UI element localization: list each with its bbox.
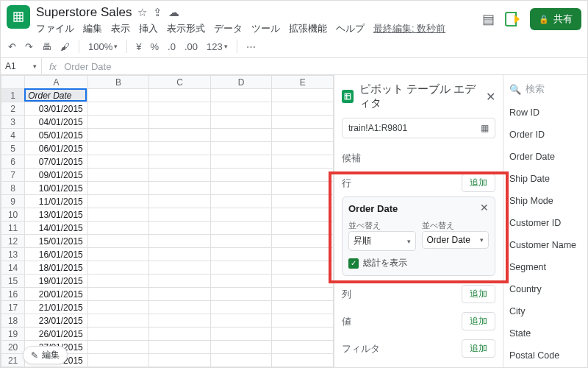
cell[interactable]: 16/01/2015 bbox=[25, 248, 88, 261]
field-item[interactable]: Customer Name bbox=[509, 234, 581, 256]
menu-view[interactable]: 表示 bbox=[111, 22, 130, 35]
format-percent-button[interactable]: % bbox=[150, 41, 159, 52]
menu-insert[interactable]: 挿入 bbox=[139, 22, 158, 35]
row-header[interactable]: 7 bbox=[1, 169, 25, 182]
field-item[interactable]: City bbox=[509, 300, 581, 322]
cell[interactable]: 20/01/2015 bbox=[25, 288, 88, 301]
cell[interactable]: 30/01/2015 bbox=[25, 367, 88, 368]
cloud-status-icon[interactable]: ☁ bbox=[168, 6, 179, 19]
row-header[interactable]: 1 bbox=[1, 89, 25, 102]
more-formats-select[interactable]: 123▾ bbox=[207, 41, 228, 52]
star-icon[interactable]: ☆ bbox=[137, 6, 147, 19]
field-item[interactable]: State bbox=[509, 322, 581, 344]
cell[interactable]: 23/01/2015 bbox=[25, 314, 88, 328]
sort-by-select[interactable]: Order Date▾ bbox=[422, 231, 490, 249]
field-item[interactable]: Country bbox=[509, 278, 581, 300]
field-item[interactable]: Customer ID bbox=[509, 212, 581, 234]
toolbar-more-button[interactable]: ⋯ bbox=[246, 41, 256, 52]
cell[interactable]: 14/01/2015 bbox=[25, 222, 88, 235]
row-header[interactable]: 21 bbox=[1, 354, 25, 367]
cell[interactable]: 11/01/2015 bbox=[25, 195, 88, 208]
menu-extensions[interactable]: 拡張機能 bbox=[289, 22, 327, 35]
field-search-input[interactable]: 検索 bbox=[526, 82, 545, 96]
cell[interactable]: 21/01/2015 bbox=[25, 301, 88, 314]
cell[interactable]: 18/01/2015 bbox=[25, 261, 88, 275]
row-header[interactable]: 6 bbox=[1, 155, 25, 169]
menu-help[interactable]: ヘルプ bbox=[336, 22, 365, 35]
undo-button[interactable]: ↶ bbox=[8, 41, 16, 52]
field-item[interactable]: Order ID bbox=[509, 124, 581, 146]
print-button[interactable]: 🖶 bbox=[42, 41, 51, 52]
cell[interactable]: 07/01/2015 bbox=[25, 155, 88, 169]
field-item[interactable]: Row ID bbox=[509, 102, 581, 124]
doc-title[interactable]: Superstore Sales bbox=[36, 5, 132, 20]
decrease-decimal-button[interactable]: .0 bbox=[168, 41, 176, 52]
redo-button[interactable]: ↷ bbox=[25, 41, 33, 52]
edit-mode-chip[interactable]: ✎ 編集 bbox=[23, 346, 68, 364]
cell[interactable]: Order Date bbox=[25, 89, 88, 102]
cell[interactable]: 15/01/2015 bbox=[25, 235, 88, 248]
row-header[interactable]: 3 bbox=[1, 116, 25, 129]
col-header[interactable]: B bbox=[87, 76, 149, 89]
menu-data[interactable]: データ bbox=[214, 22, 243, 35]
move-icon[interactable]: ⇪ bbox=[153, 6, 162, 19]
row-header[interactable]: 20 bbox=[1, 341, 25, 354]
row-header[interactable]: 18 bbox=[1, 314, 25, 328]
meet-icon[interactable] bbox=[502, 9, 523, 29]
row-header[interactable]: 2 bbox=[1, 102, 25, 116]
field-item[interactable]: Region bbox=[509, 367, 581, 367]
field-item[interactable]: Ship Date bbox=[509, 168, 581, 190]
add-filter-field-button[interactable]: 追加 bbox=[462, 339, 495, 358]
name-box[interactable]: A1▾ bbox=[1, 58, 42, 74]
comment-history-icon[interactable]: ▤ bbox=[482, 11, 495, 27]
paint-format-button[interactable]: 🖌 bbox=[60, 41, 70, 52]
pivot-range-input[interactable]: train!A1:R9801 ▦ bbox=[342, 118, 495, 138]
cell[interactable]: 03/01/2015 bbox=[25, 102, 88, 116]
cell[interactable]: 26/01/2015 bbox=[25, 328, 88, 341]
row-header[interactable]: 13 bbox=[1, 248, 25, 261]
col-header[interactable]: A bbox=[25, 76, 88, 89]
row-header[interactable]: 16 bbox=[1, 288, 25, 301]
field-item[interactable]: Ship Mode bbox=[509, 190, 581, 212]
zoom-select[interactable]: 100%▾ bbox=[88, 41, 118, 52]
cell[interactable]: 09/01/2015 bbox=[25, 169, 88, 182]
col-header[interactable]: D bbox=[210, 76, 272, 89]
col-header[interactable]: C bbox=[149, 76, 211, 89]
row-header[interactable]: 5 bbox=[1, 142, 25, 155]
field-item[interactable]: Postal Code bbox=[509, 344, 581, 367]
row-header[interactable]: 15 bbox=[1, 275, 25, 288]
field-item[interactable]: Segment bbox=[509, 256, 581, 278]
show-totals-checkbox[interactable]: ✓ bbox=[348, 258, 359, 269]
cell[interactable]: 19/01/2015 bbox=[25, 275, 88, 288]
cell[interactable]: 10/01/2015 bbox=[25, 182, 88, 195]
spreadsheet-grid[interactable]: ABCDE1Order Date203/01/2015304/01/201540… bbox=[1, 75, 334, 367]
share-button[interactable]: 🔒 共有 bbox=[530, 8, 581, 30]
menu-file[interactable]: ファイル bbox=[36, 22, 74, 35]
row-header[interactable]: 14 bbox=[1, 261, 25, 275]
menu-tools[interactable]: ツール bbox=[251, 22, 280, 35]
row-header[interactable]: 10 bbox=[1, 208, 25, 222]
row-header[interactable]: 11 bbox=[1, 222, 25, 235]
row-header[interactable]: 19 bbox=[1, 328, 25, 341]
row-header[interactable]: 9 bbox=[1, 195, 25, 208]
add-col-field-button[interactable]: 追加 bbox=[462, 285, 495, 303]
close-pivot-editor-button[interactable]: ✕ bbox=[486, 90, 495, 104]
add-value-field-button[interactable]: 追加 bbox=[462, 312, 495, 330]
field-item[interactable]: Order Date bbox=[509, 146, 581, 168]
menu-edit[interactable]: 編集 bbox=[83, 22, 102, 35]
cell[interactable]: 13/01/2015 bbox=[25, 208, 88, 222]
increase-decimal-button[interactable]: .00 bbox=[184, 41, 198, 52]
row-header[interactable]: 8 bbox=[1, 182, 25, 195]
cell[interactable]: 05/01/2015 bbox=[25, 129, 88, 142]
remove-pill-button[interactable]: ✕ bbox=[480, 202, 489, 213]
row-header[interactable]: 17 bbox=[1, 301, 25, 314]
col-header[interactable]: E bbox=[272, 76, 334, 89]
add-row-field-button[interactable]: 追加 bbox=[462, 174, 495, 192]
row-header[interactable]: 12 bbox=[1, 235, 25, 248]
menu-format[interactable]: 表示形式 bbox=[167, 22, 205, 35]
cell[interactable]: 06/01/2015 bbox=[25, 142, 88, 155]
format-currency-button[interactable]: ¥ bbox=[136, 41, 141, 52]
row-header[interactable]: 22 bbox=[1, 367, 25, 368]
sort-order-select[interactable]: 昇順▾ bbox=[348, 231, 416, 251]
last-edit-link[interactable]: 最終編集: 数秒前 bbox=[373, 22, 445, 35]
